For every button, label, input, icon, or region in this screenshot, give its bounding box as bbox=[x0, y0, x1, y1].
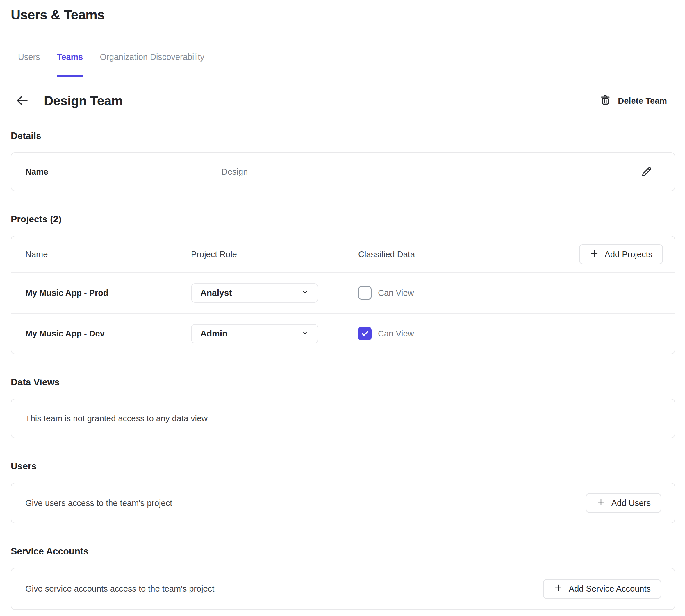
delete-team-label: Delete Team bbox=[618, 96, 667, 106]
add-projects-button[interactable]: Add Projects bbox=[579, 244, 663, 264]
plus-icon bbox=[590, 249, 599, 260]
can-view-checkbox[interactable] bbox=[358, 286, 371, 300]
data-views-heading: Data Views bbox=[11, 377, 675, 388]
plus-icon bbox=[596, 498, 606, 509]
checkmark-icon bbox=[361, 329, 369, 338]
service-accounts-empty-text: Give service accounts access to the team… bbox=[25, 584, 543, 594]
projects-table-header: Name Project Role Classified Data Add Pr… bbox=[11, 236, 675, 272]
tab-users[interactable]: Users bbox=[18, 52, 40, 76]
project-name: My Music App - Prod bbox=[25, 288, 191, 298]
project-role-select[interactable]: Admin bbox=[191, 324, 318, 344]
add-service-accounts-label: Add Service Accounts bbox=[569, 584, 651, 594]
users-card: Give users access to the team's project … bbox=[11, 483, 675, 523]
team-name-value: Design bbox=[221, 167, 640, 177]
chevron-down-icon bbox=[301, 288, 309, 298]
tab-bar: Users Teams Organization Discoverability bbox=[11, 52, 675, 76]
project-name: My Music App - Dev bbox=[25, 329, 191, 338]
service-accounts-card: Give service accounts access to the team… bbox=[11, 568, 675, 610]
page-title: Users & Teams bbox=[11, 0, 675, 23]
users-teams-page: Users & Teams Users Teams Organization D… bbox=[0, 0, 685, 610]
users-heading: Users bbox=[11, 461, 675, 471]
tab-organization-discoverability[interactable]: Organization Discoverability bbox=[100, 52, 204, 76]
back-button[interactable] bbox=[14, 93, 30, 109]
can-view-checkbox[interactable] bbox=[358, 327, 371, 340]
edit-name-button[interactable] bbox=[640, 165, 654, 179]
name-label: Name bbox=[25, 167, 221, 177]
details-card: Name Design bbox=[11, 152, 675, 191]
details-heading: Details bbox=[11, 130, 675, 141]
add-users-button[interactable]: Add Users bbox=[586, 493, 661, 513]
add-projects-label: Add Projects bbox=[605, 249, 652, 259]
can-view-label: Can View bbox=[378, 288, 414, 298]
service-accounts-heading: Service Accounts bbox=[11, 546, 675, 557]
projects-heading: Projects (2) bbox=[11, 214, 675, 225]
column-classified-data: Classified Data bbox=[358, 249, 579, 259]
team-header: Design Team Delete Team bbox=[11, 89, 675, 112]
tab-teams[interactable]: Teams bbox=[57, 52, 83, 76]
project-row: My Music App - Dev Admin bbox=[11, 313, 675, 354]
project-role-value: Admin bbox=[200, 329, 227, 338]
add-users-label: Add Users bbox=[612, 498, 651, 508]
projects-table: Name Project Role Classified Data Add Pr… bbox=[11, 236, 675, 354]
delete-team-button[interactable]: Delete Team bbox=[599, 94, 667, 108]
details-name-row: Name Design bbox=[11, 153, 675, 191]
add-service-accounts-button[interactable]: Add Service Accounts bbox=[543, 579, 661, 599]
column-project-role: Project Role bbox=[191, 249, 358, 259]
plus-icon bbox=[554, 583, 563, 594]
chevron-down-icon bbox=[301, 329, 309, 339]
data-views-card: This team is not granted access to any d… bbox=[11, 399, 675, 438]
classified-data-cell: Can View bbox=[358, 327, 663, 340]
project-row: My Music App - Prod Analyst bbox=[11, 272, 675, 313]
column-name: Name bbox=[25, 249, 191, 259]
pencil-icon bbox=[641, 165, 653, 178]
can-view-label: Can View bbox=[378, 329, 414, 338]
users-empty-text: Give users access to the team's project bbox=[25, 498, 586, 508]
trash-icon bbox=[599, 94, 612, 108]
team-title: Design Team bbox=[44, 93, 123, 108]
back-arrow-icon bbox=[15, 93, 29, 109]
project-role-select[interactable]: Analyst bbox=[191, 283, 318, 303]
classified-data-cell: Can View bbox=[358, 286, 663, 300]
data-views-empty-text: This team is not granted access to any d… bbox=[25, 414, 661, 423]
project-role-value: Analyst bbox=[200, 288, 232, 298]
